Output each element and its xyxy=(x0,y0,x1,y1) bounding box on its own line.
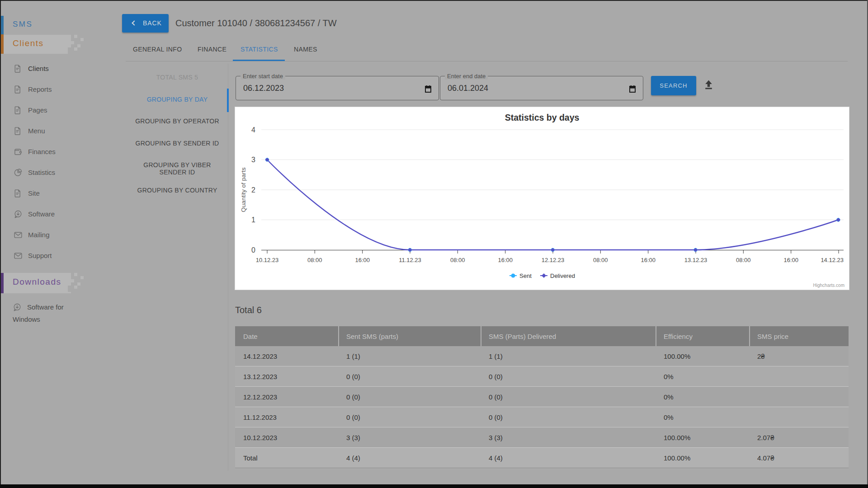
svg-text:08:00: 08:00 xyxy=(450,257,465,263)
svg-text:Sent: Sent xyxy=(519,272,532,279)
svg-text:10.12.23: 10.12.23 xyxy=(256,257,279,263)
svg-text:Delivered: Delivered xyxy=(550,272,575,279)
svg-text:4: 4 xyxy=(251,126,255,134)
svg-text:13.12.23: 13.12.23 xyxy=(684,257,708,263)
svg-text:2: 2 xyxy=(251,186,255,194)
svg-text:16:00: 16:00 xyxy=(498,257,513,263)
svg-text:11.12.23: 11.12.23 xyxy=(399,257,421,263)
svg-text:16:00: 16:00 xyxy=(783,257,798,263)
svg-text:08:00: 08:00 xyxy=(736,257,751,263)
svg-text:Highcharts.com: Highcharts.com xyxy=(813,283,844,288)
svg-text:08:00: 08:00 xyxy=(593,257,608,263)
svg-text:16:00: 16:00 xyxy=(641,257,656,263)
svg-text:3: 3 xyxy=(251,156,255,164)
svg-text:1: 1 xyxy=(251,216,255,224)
svg-text:Statistics by days: Statistics by days xyxy=(505,113,580,122)
svg-text:Quantity of parts: Quantity of parts xyxy=(240,167,247,212)
svg-text:16:00: 16:00 xyxy=(355,257,370,263)
svg-text:0: 0 xyxy=(251,246,255,254)
svg-text:12.12.23: 12.12.23 xyxy=(542,257,565,263)
svg-text:14.12.23: 14.12.23 xyxy=(821,257,844,263)
svg-text:08:00: 08:00 xyxy=(307,257,322,263)
